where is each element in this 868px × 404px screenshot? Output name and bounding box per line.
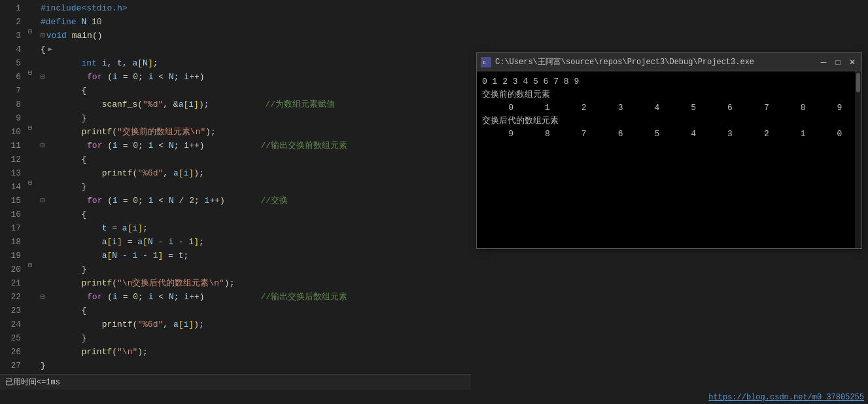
token: a [173,318,179,331]
url-bar[interactable]: https://blog.csdn.net/m0_37805255 [704,391,868,404]
code-line-26: printf("\n"); [41,345,471,359]
token: 1 [153,249,158,263]
token: t [117,56,122,70]
token: N [143,56,148,70]
terminal-line-2: 交换前的数组元素 [482,88,856,101]
terminal-rnum-3: 3 [701,128,733,141]
fold-icon-22[interactable]: ⊟ [28,261,32,269]
code-line-3: ⊟void main() [41,29,471,43]
fold-minus-3[interactable]: ⊟ [41,29,45,43]
code-area: 1 2 3 4 5 6 7 8 9 10 11 12 13 14 15 16 1… [0,0,471,404]
token: ; [174,70,184,84]
terminal-rnum-4: 4 [665,128,696,141]
token: [ [107,235,112,249]
token: printf [102,166,133,180]
fold-minus-15[interactable]: ⊟ [41,194,45,208]
token: < [154,290,169,304]
terminal-window: C C:\Users\王阿富\source\repos\Project3\Deb… [476,52,862,249]
token: ); [199,98,265,111]
token: } [41,359,46,373]
token: N [169,194,174,208]
token: i [113,70,118,84]
code-line-9: } [41,111,471,125]
code-line-13: printf("%6d", a[i]); [41,166,471,180]
token: ; [199,235,204,249]
fold-minus-22[interactable]: ⊟ [41,290,45,304]
fold-minus-11[interactable]: ⊟ [41,139,45,153]
maximize-button[interactable]: □ [833,57,843,67]
token: { [41,153,86,166]
token: ( [137,98,143,111]
token: N [112,249,117,263]
code-line-1: #include<stdio.h> [41,1,471,15]
token: , [122,56,133,70]
token: i [113,194,118,208]
terminal-scrollbar[interactable] [855,71,861,248]
token: 0 [133,290,138,304]
token: ; [174,139,184,153]
code-lines: #include<stdio.h> #define N 10 ⊟void mai… [38,0,471,404]
token: "\n交换后代的数组元素\n" [117,276,224,290]
fold-icon-11[interactable]: ⊟ [28,124,32,132]
code-line-27: } [41,359,471,373]
token: ( [112,345,117,359]
token: i [148,194,154,208]
code-line-7: { [41,84,471,98]
token: ] [188,166,194,180]
token [41,276,81,290]
token: ; [153,56,158,70]
token: [ [128,221,133,235]
token: main [72,29,92,43]
token: ] [148,56,153,70]
code-line-23: { [41,304,471,318]
token: printf [81,125,112,139]
token: ; [143,221,148,235]
token: 0 [133,194,138,208]
fold-icon-15[interactable]: ⊟ [28,179,32,187]
token: } [41,263,86,276]
token: i [184,318,189,331]
token: a [122,221,128,235]
token: //为数组元素赋值 [265,98,335,111]
close-button[interactable]: ✕ [847,57,858,67]
token: ++) [209,194,260,208]
terminal-icon: C [481,57,491,67]
fold-minus-6[interactable]: ⊟ [41,70,45,84]
code-line-25: } [41,331,471,345]
token: ; [138,70,148,84]
token: = [118,139,133,153]
token: scanf_s [102,98,138,111]
code-line-20: } [41,263,471,276]
token: = [118,70,133,84]
token: //交换 [260,194,288,208]
token: ( [132,318,137,331]
code-line-24: printf("%6d", a[i]); [41,318,471,331]
token: ( [102,194,113,208]
token: i [184,166,189,180]
token: i [132,249,137,263]
token: 0 [133,70,138,84]
code-line-19: a[N - i - 1] = t; [41,249,471,263]
token: N [169,70,174,84]
token: ] [137,221,143,235]
token: ++) [189,70,204,84]
token: 0 [133,139,138,153]
token: a [173,166,179,180]
fold-icon-3[interactable]: ⊟ [28,28,32,35]
token: 2 [189,194,194,208]
terminal-num-5: 5 [665,101,696,115]
terminal-rnum-9: 9 [482,128,513,141]
token: //输出交换后数组元素 [260,290,347,304]
token: i [148,139,154,153]
terminal-num-6: 6 [701,101,733,115]
token: ++) [189,290,260,304]
code-line-16: { [41,208,471,221]
token [41,125,81,139]
token: ] [188,318,194,331]
token: < [154,194,169,208]
minimize-button[interactable]: ─ [818,57,829,67]
token: 10 [92,15,102,29]
token: ++) [189,139,260,153]
terminal-line-1: 0 1 2 3 4 5 6 7 8 9 [482,75,856,88]
fold-icon-6[interactable]: ⊟ [28,69,32,77]
